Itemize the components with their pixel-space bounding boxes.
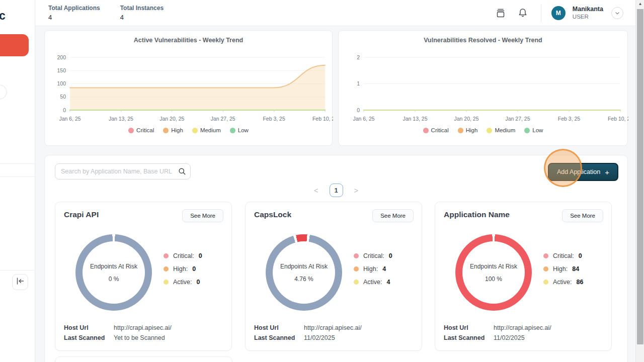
search-field — [55, 163, 191, 179]
application-meta: Host Urlhttp://crapi.apisec.ai/ Last Sca… — [254, 323, 362, 343]
pagination-next-icon[interactable]: > — [354, 186, 359, 195]
stat-row: High:4 — [354, 264, 392, 273]
legend-item: Medium — [487, 127, 515, 133]
vertical-scrollbar[interactable]: ▲ — [635, 0, 644, 362]
legend-dot — [487, 128, 492, 133]
total-applications-label: Total Applications — [48, 5, 100, 12]
see-more-button[interactable]: See More — [562, 209, 603, 222]
donut-label: Endpoints At Risk — [90, 263, 137, 270]
last-scanned-value: 11/02/2025 — [494, 333, 525, 343]
active-dot — [543, 280, 548, 285]
donut-label: Endpoints At Risk — [280, 263, 328, 270]
legend-dot — [163, 128, 169, 133]
endpoints-at-risk-donut: Endpoints At Risk 4.76 % — [266, 234, 342, 311]
high-dot — [164, 266, 169, 272]
sidebar-active-item[interactable] — [0, 34, 29, 56]
chart-legend: Critical High Medium Low — [45, 127, 332, 133]
donut-label: Endpoints At Risk — [470, 263, 517, 270]
see-more-button[interactable]: See More — [372, 209, 414, 222]
see-more-button[interactable]: See More — [182, 209, 223, 222]
active-vulnerabilities-chart-card: Active Vulnerabilities - Weekly Trend 20… — [44, 30, 333, 146]
svg-text:Jan 6, 25: Jan 6, 25 — [353, 116, 374, 122]
svg-text:100: 100 — [57, 80, 66, 86]
last-scanned-label: Last Scanned — [254, 333, 304, 343]
stat-row: Active:0 — [164, 278, 202, 286]
legend-dot — [458, 128, 463, 133]
application-name: Crapi API — [64, 210, 99, 219]
endpoints-at-risk-donut: Endpoints At Risk 100 % — [455, 234, 532, 311]
legend-dot — [192, 128, 198, 133]
high-dot — [354, 266, 359, 272]
donut-percent: 0 % — [109, 276, 119, 283]
svg-text:150: 150 — [57, 67, 66, 73]
collapse-sidebar-icon — [15, 276, 26, 289]
endpoints-at-risk-donut: Endpoints At Risk 0 % — [75, 234, 152, 311]
plus-icon: + — [605, 168, 609, 176]
severity-stats: Critical:0 High:84 Active:86 — [543, 251, 583, 286]
notifications-bell-icon[interactable] — [516, 6, 530, 20]
stat-row: Active:86 — [543, 278, 583, 286]
stat-row: High:0 — [164, 264, 202, 273]
legend-dot — [524, 128, 530, 133]
svg-text:Jan 20, 25: Jan 20, 25 — [159, 116, 184, 122]
application-name: Application Name — [444, 210, 510, 219]
stat-row: High:84 — [543, 264, 583, 273]
scrollbar-up-arrow-icon[interactable]: ▲ — [636, 2, 644, 6]
svg-text:Jan 27, 25: Jan 27, 25 — [505, 116, 530, 122]
host-url-label: Host Url — [444, 323, 494, 333]
sidebar: c — [0, 0, 35, 362]
donut-percent: 100 % — [485, 276, 502, 283]
vulnerabilities-resolved-chart-card: Vulnerabilities Resolved - Weekly Trend … — [338, 30, 628, 146]
svg-text:Jan 13, 25: Jan 13, 25 — [403, 116, 427, 122]
header-stats: Total Applications 4 Total Instances 4 — [48, 5, 164, 21]
application-name: CapsLock — [254, 210, 291, 219]
total-instances-stat: Total Instances 4 — [120, 5, 164, 21]
legend-item: High — [163, 127, 183, 133]
svg-text:Feb 10, 25: Feb 10, 25 — [608, 116, 628, 122]
sidebar-divider — [0, 163, 35, 164]
click-highlight — [544, 149, 582, 187]
legend-item: Low — [524, 127, 543, 133]
svg-text:Jan 6, 25: Jan 6, 25 — [59, 116, 80, 122]
active-vulnerabilities-trend-chart: 200150100500Jan 6, 25Jan 13, 25Jan 20, 2… — [45, 54, 333, 129]
application-card-capslock: CapsLock See More Endpoints At Risk 4.76… — [245, 202, 422, 351]
user-menu-chevron-down-icon[interactable] — [611, 7, 623, 19]
host-url-label: Host Url — [254, 323, 304, 333]
application-card-application-name: Application Name See More Endpoints At R… — [435, 202, 612, 351]
pagination-page-1[interactable]: 1 — [330, 184, 343, 197]
host-url-label: Host Url — [64, 323, 114, 333]
search-input[interactable] — [55, 163, 191, 179]
sidebar-divider — [0, 176, 35, 177]
severity-stats: Critical:0 High:4 Active:4 — [354, 251, 392, 286]
application-card-partial — [55, 356, 232, 362]
pagination-prev-icon[interactable]: < — [314, 186, 318, 195]
legend-item: High — [458, 127, 478, 133]
host-url-value: http://crapi.apisec.ai/ — [304, 323, 362, 333]
svg-text:200: 200 — [57, 54, 66, 60]
donut-percent: 4.76 % — [294, 276, 313, 283]
search-icon — [178, 167, 187, 178]
user-info: Manikanta USER — [573, 6, 603, 21]
last-scanned-value: 11/02/2025 — [304, 333, 335, 343]
sidebar-collapse-button[interactable] — [12, 274, 28, 290]
top-header: Total Applications 4 Total Instances 4 M… — [35, 0, 635, 26]
scrollbar-thumb[interactable] — [637, 9, 643, 344]
application-meta: Host Urlhttp://crapi.apisec.ai/ Last Sca… — [64, 323, 172, 343]
svg-text:Jan 20, 25: Jan 20, 25 — [454, 116, 478, 122]
svg-text:2: 2 — [357, 54, 360, 60]
sidebar-divider — [0, 270, 35, 270]
svg-text:0: 0 — [357, 107, 360, 113]
header-divider — [541, 4, 541, 22]
archive-icon[interactable] — [494, 6, 508, 20]
critical-dot — [164, 253, 169, 258]
application-card-crapi-api: Crapi API See More Endpoints At Risk 0 %… — [55, 202, 232, 351]
user-avatar[interactable]: M — [551, 6, 566, 20]
critical-dot — [543, 253, 548, 258]
vulnerabilities-resolved-trend-chart: 210Jan 6, 25Jan 13, 25Jan 20, 25Jan 27, … — [339, 54, 628, 129]
pagination: < 1 > — [45, 184, 627, 197]
legend-item: Low — [230, 127, 249, 133]
stat-row: Critical:0 — [164, 251, 202, 260]
svg-text:1: 1 — [357, 80, 360, 86]
chart-title: Active Vulnerabilities - Weekly Trend — [45, 37, 332, 44]
svg-text:Feb 10, 25: Feb 10, 25 — [312, 116, 333, 122]
